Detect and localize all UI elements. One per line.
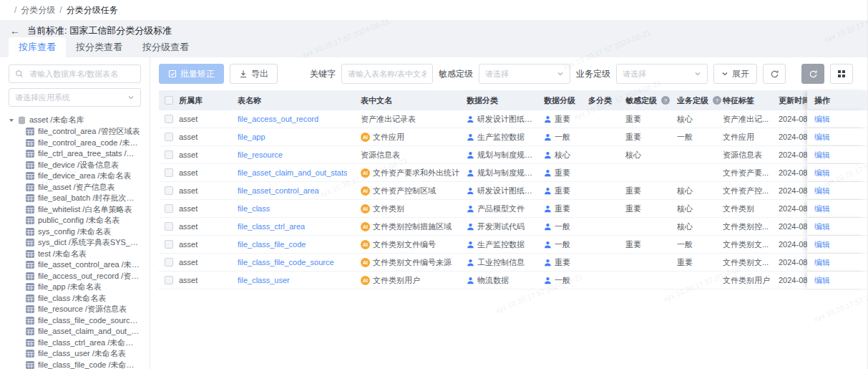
tab-by-category[interactable]: 按分类查看 bbox=[66, 37, 132, 57]
cell-feature-tag: 文件类别文... bbox=[723, 236, 779, 253]
keyword-input[interactable] bbox=[341, 64, 433, 84]
tree-item-table[interactable]: sys_dict /系统字典表SYS_DICT bbox=[9, 237, 141, 249]
cell-cn-name: AI 文件资产要求和外出统计 bbox=[361, 164, 467, 181]
app-system-select[interactable]: 请选择应用系统 bbox=[9, 88, 141, 107]
cell-business-level: 核心 bbox=[677, 110, 723, 128]
tree-item-table[interactable]: file_device_area /未命名表 bbox=[9, 171, 141, 182]
table-name-link[interactable]: file_asset_control_area bbox=[238, 186, 319, 195]
sidebar-search-input[interactable] bbox=[28, 69, 135, 79]
tree-item-table[interactable]: file_class_ctrl_area /未命名表 bbox=[9, 337, 141, 349]
tree-item-table[interactable]: file_class /未命名表 bbox=[9, 293, 141, 305]
table-name-link[interactable]: file_access_out_record bbox=[238, 115, 318, 123]
table-row: asset file_class_file_code_source AI 文件类… bbox=[159, 254, 867, 272]
tree-item-table[interactable]: test /未命名表 bbox=[9, 249, 141, 260]
cell-cn-name: AI 文件资产控制区域 bbox=[361, 182, 467, 199]
current-standard-label: 当前标准: 国家工信部分类分级标准 bbox=[27, 24, 172, 37]
cell-multi-category bbox=[588, 164, 625, 181]
cell-business-level bbox=[677, 272, 723, 289]
tables-table: 所属库 表名称 表中文名 数据分类 数据分级 多分类 敏感定级 ? 业务定级 ?… bbox=[159, 90, 867, 289]
chevron-down-icon bbox=[721, 70, 728, 77]
tab-by-database[interactable]: 按库查看 bbox=[9, 37, 66, 57]
tree-item-table[interactable]: file_app /未命名表 bbox=[9, 282, 141, 293]
row-checkbox[interactable] bbox=[165, 204, 173, 213]
back-arrow-icon[interactable]: ← bbox=[10, 26, 20, 36]
batch-correct-button[interactable]: 批量矫正 bbox=[159, 64, 224, 84]
row-checkbox[interactable] bbox=[165, 258, 173, 267]
select-all-checkbox[interactable] bbox=[165, 96, 173, 105]
cell-database: asset bbox=[179, 164, 238, 181]
tree-item-table[interactable]: file_seal_batch /封存批次信息表 (... bbox=[9, 193, 141, 204]
cell-multi-category bbox=[588, 200, 625, 217]
person-icon bbox=[544, 151, 552, 159]
info-icon[interactable]: ? bbox=[713, 96, 721, 105]
list-view-toggle-button[interactable] bbox=[801, 64, 824, 84]
cell-updated-time: 2024-08 bbox=[779, 164, 807, 181]
tree-item-table[interactable]: file_ctrl_area_tree_stats /管控区域... bbox=[9, 148, 141, 160]
export-button[interactable]: 导出 bbox=[230, 64, 278, 84]
tree-item-table[interactable]: file_control_area /管控区域表 bbox=[9, 126, 141, 138]
data-level-text: 重要 bbox=[555, 257, 570, 268]
edit-link[interactable]: 编辑 bbox=[814, 275, 830, 286]
cell-database: asset bbox=[179, 200, 238, 217]
tree-item-label: sys_dict /系统字典表SYS_DICT bbox=[38, 237, 141, 248]
table-name-link[interactable]: file_asset_claim_and_out_stats bbox=[238, 168, 347, 177]
tree-item-table[interactable]: file_access_out_record /资产准出记... bbox=[9, 271, 141, 282]
cell-data-level: 一般 bbox=[544, 218, 588, 235]
row-checkbox[interactable] bbox=[165, 186, 173, 195]
table-name-link[interactable]: file_class_ctrl_area bbox=[238, 222, 305, 231]
expand-button[interactable]: 展开 bbox=[713, 64, 757, 84]
table-name-link[interactable]: file_class_file_code bbox=[238, 240, 306, 249]
tree-item-table[interactable]: file_control_area_code /未命名表 bbox=[9, 138, 141, 149]
business-select-placeholder: 请选择 bbox=[623, 69, 646, 80]
tree-item-table[interactable]: file_asset /资产信息表 bbox=[9, 182, 141, 193]
tab-by-level[interactable]: 按分级查看 bbox=[132, 37, 199, 57]
cell-feature-tag: 资源信息表 bbox=[723, 146, 779, 163]
cell-cn-name: AI 文件类别控制措施区域 bbox=[361, 218, 467, 235]
refresh-button[interactable] bbox=[763, 64, 786, 84]
tree-item-table[interactable]: file_class_file_code /未命名表 bbox=[9, 360, 141, 369]
tree-item-table[interactable]: file_asset_control_area /未命名表 bbox=[9, 259, 141, 271]
tree-item-table[interactable]: file_whitelist /白名单策略表 bbox=[9, 204, 141, 216]
edit-link[interactable]: 编辑 bbox=[814, 132, 830, 143]
edit-link[interactable]: 编辑 bbox=[814, 114, 830, 125]
col-header-actions: 操作 bbox=[807, 90, 867, 110]
cell-business-level: 核心 bbox=[677, 182, 723, 199]
tree-item-table[interactable]: public_config /未命名表 bbox=[9, 215, 141, 226]
edit-link[interactable]: 编辑 bbox=[814, 186, 830, 196]
edit-link[interactable]: 编辑 bbox=[814, 203, 830, 214]
table-name-link[interactable]: file_app bbox=[238, 133, 265, 141]
edit-link[interactable]: 编辑 bbox=[814, 168, 830, 178]
row-checkbox[interactable] bbox=[165, 133, 173, 141]
table-name-link[interactable]: file_resource bbox=[238, 150, 283, 159]
sensitive-level-select[interactable]: 请选择 bbox=[479, 64, 570, 84]
tree-root-database[interactable]: asset /未命名库 bbox=[9, 114, 141, 126]
row-checkbox[interactable] bbox=[165, 276, 173, 284]
table-name-link[interactable]: file_class_user bbox=[238, 276, 290, 284]
row-checkbox[interactable] bbox=[165, 240, 173, 249]
business-header-label: 业务定级 bbox=[677, 95, 708, 106]
table-name-link[interactable]: file_class bbox=[238, 204, 270, 213]
row-checkbox[interactable] bbox=[165, 150, 173, 159]
row-checkbox[interactable] bbox=[165, 222, 173, 231]
table-name-link[interactable]: file_class_file_code_source bbox=[238, 258, 334, 267]
tree-item-table[interactable]: file_class_file_code_source /未命名表 bbox=[9, 315, 141, 327]
tree-item-table[interactable]: file_class_user /未命名表 bbox=[9, 348, 141, 360]
keyword-label: 关键字 bbox=[310, 68, 336, 80]
tree-item-table[interactable]: file_asset_claim_and_out_stats /未... bbox=[9, 326, 141, 337]
breadcrumb-item-classification[interactable]: 分类分级 bbox=[21, 4, 55, 16]
info-icon[interactable]: ? bbox=[661, 96, 670, 105]
tree-item-table[interactable]: file_resource /资源信息表 bbox=[9, 304, 141, 315]
row-checkbox[interactable] bbox=[165, 168, 173, 177]
edit-link[interactable]: 编辑 bbox=[814, 221, 830, 232]
tree-item-table[interactable]: file_device /设备信息表 bbox=[9, 160, 141, 171]
edit-link[interactable]: 编辑 bbox=[814, 257, 830, 268]
cell-sensitive-level: 重要 bbox=[625, 200, 677, 217]
ai-badge-icon: AI bbox=[361, 204, 370, 214]
business-level-select[interactable]: 请选择 bbox=[616, 64, 708, 84]
ai-badge-icon: AI bbox=[361, 276, 370, 285]
edit-link[interactable]: 编辑 bbox=[814, 239, 830, 250]
card-view-toggle-button[interactable] bbox=[830, 64, 853, 84]
edit-link[interactable]: 编辑 bbox=[814, 150, 830, 160]
row-checkbox[interactable] bbox=[165, 115, 173, 123]
tree-item-table[interactable]: sys_config /未命名表 bbox=[9, 226, 141, 238]
